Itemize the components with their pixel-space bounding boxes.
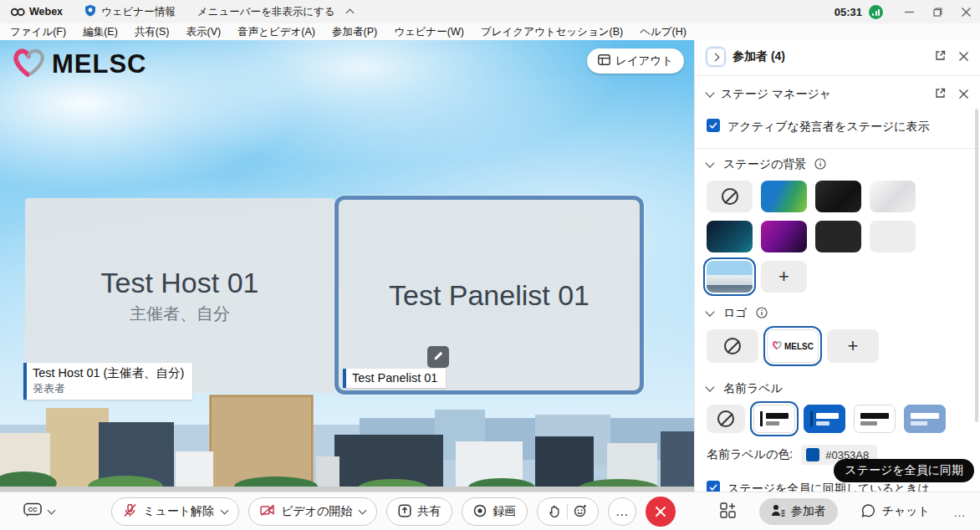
participants-button-label: 参加者 [791, 504, 826, 519]
checkbox-checked-icon[interactable] [707, 119, 720, 132]
color-swatch-blue [806, 448, 819, 461]
collapse-panel-button[interactable] [707, 48, 725, 66]
background-swatch-dark-teal[interactable] [707, 221, 753, 252]
melsc-heart-icon [10, 45, 48, 84]
minimize-button[interactable] [895, 0, 923, 23]
info-icon[interactable] [814, 158, 826, 172]
add-background-button[interactable]: + [761, 261, 807, 293]
more-panels-button[interactable]: … [953, 505, 967, 519]
sync-stage-button[interactable]: ステージを全員に同期 [834, 459, 974, 482]
connection-quality-icon[interactable] [869, 5, 883, 19]
stage-area: MELSC レイアウト Test Host 01 主催者、自分 Test Hos… [0, 40, 694, 492]
stage-background-section-header[interactable]: ステージの背景 [695, 150, 980, 179]
name-label-swatch-left-bar-selected[interactable] [753, 405, 795, 433]
menu-participants[interactable]: 参加者(P) [332, 25, 377, 39]
background-swatch-charcoal[interactable] [815, 221, 861, 252]
webinar-info-label: ウェビナー情報 [101, 5, 176, 19]
none-icon [722, 188, 738, 205]
name-label-section-title: 名前ラベル [723, 381, 783, 396]
name-label-swatch-blue[interactable] [804, 405, 845, 433]
logo-section-header[interactable]: ロゴ [695, 299, 980, 328]
add-logo-button[interactable]: + [827, 329, 879, 363]
start-video-button[interactable]: ビデオの開始 [248, 497, 377, 526]
captions-menu-chevron[interactable] [48, 506, 56, 514]
record-button[interactable]: 録画 [462, 497, 528, 526]
apps-button[interactable] [720, 502, 736, 522]
none-icon [724, 338, 741, 354]
start-video-label: ビデオの開始 [281, 504, 352, 519]
video-tile-host[interactable]: Test Host 01 主催者、自分 Test Host 01 (主催者、自分… [25, 198, 334, 393]
background-swatch-blue-green[interactable] [761, 181, 807, 212]
svg-text:CC: CC [28, 506, 38, 513]
more-options-button[interactable]: … [608, 497, 636, 526]
name-label-swatch-translucent[interactable] [904, 405, 946, 433]
chevron-down-icon [705, 383, 714, 392]
captions-button[interactable]: CC [23, 502, 42, 521]
name-label-color-label: 名前ラベルの色: [707, 447, 793, 462]
share-button[interactable]: 共有 [386, 497, 452, 526]
menu-view[interactable]: 表示(V) [186, 25, 221, 39]
name-label-swatch-none[interactable] [707, 405, 745, 433]
edit-name-label-button[interactable] [427, 346, 449, 368]
unmute-menu-chevron[interactable] [221, 507, 229, 515]
panelist-display-name: Test Panelist 01 [389, 279, 590, 312]
name-label-swatch-plain[interactable] [854, 405, 896, 433]
close-stage-manager-icon[interactable] [959, 88, 968, 101]
popout-stage-manager-icon[interactable] [935, 88, 946, 101]
none-icon [717, 410, 734, 427]
menu-edit[interactable]: 編集(E) [83, 25, 118, 39]
background-swatch-grid: + [695, 179, 980, 299]
chevron-down-icon[interactable] [705, 88, 714, 97]
maximize-button[interactable] [923, 0, 952, 23]
background-swatch-light-gray[interactable] [870, 221, 916, 252]
menu-webinar[interactable]: ウェビナー(W) [394, 25, 464, 39]
logo-swatch-none[interactable] [707, 329, 758, 363]
participants-panel-button[interactable]: 参加者 [759, 498, 838, 525]
participants-icon [771, 504, 785, 519]
reactions-smiley-icon[interactable] [574, 504, 587, 520]
titlebar: Webex ウェビナー情報 メニューバーを非表示にする 05:31 [0, 0, 980, 23]
name-label-section-header[interactable]: 名前ラベル [695, 375, 980, 403]
chat-bubble-icon [861, 504, 875, 520]
melsc-logo: MELSC [10, 45, 147, 84]
active-speaker-checkbox-row[interactable]: アクティブな発言者をステージに表示 [695, 111, 980, 141]
camera-off-icon [260, 504, 275, 519]
background-swatch-purple[interactable] [761, 221, 807, 252]
background-swatch-city-selected[interactable] [707, 261, 753, 293]
layout-button[interactable]: レイアウト [587, 48, 684, 74]
logo-swatch-melsc-selected[interactable]: MELSC [767, 329, 819, 363]
host-display-name: Test Host 01 [101, 267, 259, 299]
close-window-button[interactable] [952, 0, 980, 23]
menu-audio-video[interactable]: 音声とビデオ(A) [237, 25, 315, 39]
popout-panel-icon[interactable] [935, 50, 946, 64]
video-tile-panelist[interactable]: Test Panelist 01 Test Panelist 01 [334, 196, 644, 395]
close-panel-icon[interactable] [959, 50, 968, 64]
video-menu-chevron[interactable] [359, 507, 367, 515]
unmute-button[interactable]: ミュート解除 [111, 497, 239, 526]
panel-scrollbar[interactable] [975, 109, 978, 422]
info-icon[interactable] [756, 307, 768, 321]
background-swatch-black[interactable] [815, 181, 861, 212]
panel-divider [695, 148, 980, 149]
melsc-logo-text: MELSC [52, 49, 147, 79]
chevron-up-icon [345, 9, 354, 18]
raise-hand-icon[interactable] [549, 504, 561, 520]
menu-help[interactable]: ヘルプ(H) [640, 25, 687, 39]
webinar-info-button[interactable]: ウェビナー情報 [84, 4, 176, 20]
divider [567, 504, 568, 519]
chat-button[interactable]: チャット [861, 504, 930, 520]
stage-background-title: ステージの背景 [723, 157, 806, 172]
hide-menubar-button[interactable]: メニューバーを非表示にする [197, 5, 353, 19]
leave-meeting-button[interactable] [646, 497, 676, 527]
menu-breakout[interactable]: ブレイクアウトセッション(B) [481, 25, 623, 39]
logo-swatch-row: MELSC + [695, 328, 980, 369]
webex-logo-icon [10, 7, 26, 18]
unmute-label: ミュート解除 [143, 504, 214, 519]
side-panel: 参加者 (4) ステージ マネージャ アクティブな発言者をステージに表示 ステー… [694, 40, 980, 492]
stage-manager-title: ステージ マネージャ [721, 87, 831, 102]
mic-muted-icon [123, 503, 137, 520]
menu-share[interactable]: 共有(S) [135, 25, 170, 39]
background-swatch-light-swirl[interactable] [870, 181, 916, 212]
background-swatch-none[interactable] [707, 181, 753, 212]
menu-file[interactable]: ファイル(F) [10, 25, 66, 39]
